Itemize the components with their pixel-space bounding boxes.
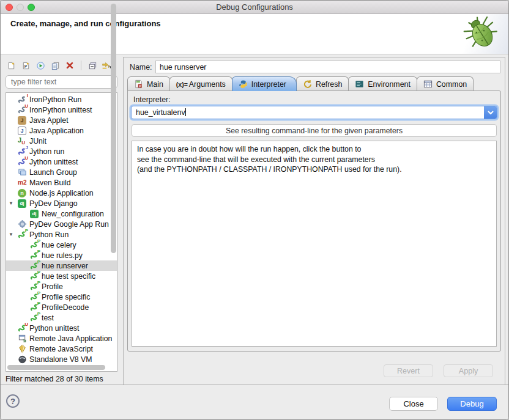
revert-button[interactable]: Revert: [384, 364, 433, 377]
node-icon: n: [18, 188, 28, 197]
command-line-info-text: In case you are in doubt how will the ru…: [132, 141, 497, 347]
delete-icon: [65, 61, 74, 70]
remote-js-icon: [18, 344, 28, 353]
tree-item-label: IronPython unittest: [28, 106, 92, 114]
snake-python-run-icon: P: [30, 313, 40, 322]
tab-common[interactable]: Common: [417, 76, 474, 91]
new-proto-icon: P✦: [21, 61, 31, 70]
apply-button[interactable]: Apply: [444, 364, 493, 377]
button-bar: ? Close Debug: [1, 385, 508, 419]
tree-item-label: PyDev Google App Run: [28, 220, 109, 229]
see-command-line-button[interactable]: See resulting command-line for the given…: [132, 124, 497, 137]
interpreter-value: hue_virtualenv: [136, 108, 185, 117]
tree-item[interactable]: JJython run: [6, 146, 117, 157]
tab-arguments[interactable]: (x)=Arguments: [169, 76, 232, 91]
tree-item[interactable]: djNew_configuration: [6, 208, 117, 219]
interpreter-combo[interactable]: hue_virtualenv: [131, 106, 497, 119]
tree-item-label: New_configuration: [40, 210, 104, 218]
combo-dropdown-button[interactable]: [484, 106, 497, 119]
tree-item[interactable]: Phue runserver: [6, 260, 117, 271]
delete-configuration-button[interactable]: [64, 60, 75, 71]
export-configurations-button[interactable]: [35, 60, 46, 71]
window-title: Debug Configurations: [1, 2, 508, 12]
tree-item[interactable]: Phue rules.py: [6, 250, 117, 260]
tree-item[interactable]: ▼djPyDev Django: [6, 198, 117, 208]
tree-item-label: Remote Java Application: [28, 334, 112, 343]
tab-interpreter[interactable]: Interpreter: [232, 76, 297, 91]
refresh-icon: [303, 79, 313, 89]
tree-item-label: Profile specific: [40, 293, 90, 301]
tab-environment[interactable]: Environment: [348, 76, 417, 91]
maven-icon: m2: [18, 178, 28, 187]
tree-item-label: Remote JavaScript: [28, 345, 93, 353]
tree-item[interactable]: Remote Java Application: [6, 333, 117, 344]
tree-item[interactable]: Phue celery: [6, 240, 117, 250]
tree-item[interactable]: UPython unittest: [6, 323, 117, 333]
tree-item[interactable]: Remote JavaScript: [6, 344, 117, 354]
tree-item[interactable]: JJava Applet: [6, 115, 117, 125]
tree-item-label: Jython run: [28, 147, 64, 156]
tree-item-label: hue celery: [40, 241, 76, 249]
tree-item[interactable]: Standalone V8 VM: [6, 354, 117, 364]
filter-status-text: Filter matched 28 of 30 items: [6, 375, 103, 383]
tree-item[interactable]: JUJUnit: [6, 136, 117, 146]
tree-item[interactable]: PProfile specific: [6, 292, 117, 302]
tree-item[interactable]: JJava Application: [6, 125, 117, 136]
name-input[interactable]: [155, 61, 500, 73]
tree-item-label: test: [40, 314, 54, 322]
tab-label: Refresh: [316, 80, 342, 89]
new-prototype-button[interactable]: P✦: [20, 60, 31, 71]
chevron-down-icon: [488, 111, 494, 115]
tree-horizontal-scrollbar[interactable]: [7, 365, 105, 370]
tree-item[interactable]: m2Maven Build: [6, 177, 117, 188]
close-button[interactable]: Close: [389, 397, 438, 411]
tree-item[interactable]: PProfileDecode: [6, 302, 117, 312]
java-applet-icon: J: [18, 116, 28, 125]
tree-item[interactable]: PProfile: [6, 281, 117, 292]
tab-label: Main: [147, 80, 163, 89]
filter-input[interactable]: [6, 75, 117, 89]
tab-label: Environment: [368, 80, 411, 89]
text-caret: [185, 108, 186, 116]
snake-iron-unit-icon: U: [18, 105, 28, 114]
tree-item-label: Maven Build: [28, 179, 71, 187]
interpreter-tab-panel: Interpreter: hue_virtualenv See resultin…: [127, 90, 501, 352]
left-toolbar: ✦P✦: [6, 57, 118, 73]
tree-item[interactable]: Launch Group: [6, 167, 117, 177]
new-config-icon: ✦: [7, 61, 16, 70]
duplicate-configuration-button[interactable]: [50, 60, 61, 71]
config-tree[interactable]: IIronPython RunUIronPython unittestJJava…: [6, 92, 117, 372]
environment-icon: [355, 79, 365, 89]
svg-text:✦: ✦: [26, 61, 29, 67]
tree-item[interactable]: Phue test specific: [6, 271, 117, 281]
tab-main[interactable]: PMain: [127, 76, 170, 91]
tree-item[interactable]: PyDev Google App Run: [6, 219, 117, 229]
args-icon: (x)=: [176, 79, 186, 89]
django-icon: dj: [18, 199, 28, 208]
collapse-all-button[interactable]: [87, 60, 98, 71]
tree-item-label: Python unittest: [28, 324, 79, 333]
tab-main-icon: P: [134, 79, 144, 89]
tree-vertical-scrollbar[interactable]: [111, 4, 116, 253]
new-configuration-button[interactable]: ✦: [6, 60, 17, 71]
tree-item[interactable]: ▼PPython Run: [6, 229, 117, 240]
help-button[interactable]: ?: [6, 394, 20, 408]
tab-label: Arguments: [189, 80, 226, 89]
tree-item-label: JUnit: [28, 137, 46, 146]
tree-item[interactable]: IIronPython Run: [6, 94, 117, 105]
tab-refresh[interactable]: Refresh: [296, 76, 349, 91]
expand-arrow-icon[interactable]: ▼: [9, 232, 18, 237]
expand-arrow-icon[interactable]: ▼: [9, 201, 18, 206]
tree-item-label: Jython unittest: [28, 158, 78, 166]
tree-item[interactable]: nNode.js Application: [6, 188, 117, 198]
svg-text:P: P: [139, 84, 141, 88]
header-banner: Create, manage, and run configurations: [1, 14, 508, 54]
tree-item-label: hue rules.py: [40, 251, 83, 260]
tree-item[interactable]: UIronPython unittest: [6, 105, 117, 115]
svg-text:✦: ✦: [11, 61, 15, 67]
tree-item-label: Launch Group: [28, 168, 77, 177]
debug-button[interactable]: Debug: [447, 397, 497, 411]
tree-item-label: Python Run: [28, 230, 69, 239]
tree-item[interactable]: UJython unittest: [6, 157, 117, 167]
tree-item[interactable]: Ptest: [6, 312, 117, 323]
